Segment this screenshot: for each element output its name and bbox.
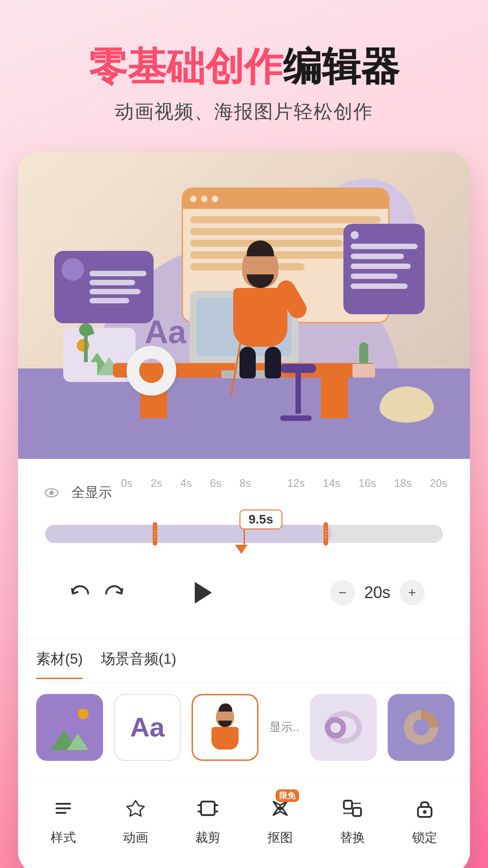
eye-icon[interactable]	[41, 482, 62, 504]
timeline-handle-left[interactable]: ⋮	[153, 522, 157, 546]
donut	[127, 346, 176, 396]
svg-rect-15	[344, 801, 352, 809]
svg-point-13	[278, 806, 282, 811]
asset-aa-icon: Aa	[130, 712, 165, 743]
toolbar-item-animate[interactable]: 动画	[120, 793, 151, 846]
time-6s: 6s	[210, 477, 221, 490]
right-line-1	[351, 244, 418, 249]
timeline-handle-right[interactable]: ⋮	[324, 522, 328, 546]
keying-badge: 限免	[276, 789, 299, 802]
panel-line-2	[89, 280, 135, 285]
timeline-filled	[45, 525, 332, 543]
animate-icon	[120, 793, 151, 824]
char-leg-left	[239, 347, 256, 378]
decrease-duration-button[interactable]: −	[330, 580, 355, 605]
toolbar-item-style[interactable]: 样式	[48, 793, 79, 846]
redo-button[interactable]	[99, 577, 131, 609]
asset-swirl-icon	[319, 709, 368, 745]
panel-avatar	[61, 258, 84, 281]
plant-stem	[84, 336, 88, 362]
asset-circle-icon	[399, 705, 444, 750]
svg-point-3	[413, 719, 429, 736]
editor-card: Aa	[18, 151, 470, 868]
right-line-2	[351, 254, 404, 259]
fig-head	[216, 707, 234, 727]
play-button[interactable]	[185, 575, 221, 611]
time-20s: 20s	[430, 477, 447, 490]
timeline-header: 全显示 0s 2s 4s 6s 8s 12s 14s 16s 18s 20s	[41, 477, 447, 509]
asset-sun-icon	[78, 708, 89, 719]
tab-audio[interactable]: 场景音频(1)	[101, 649, 176, 674]
tab-materials[interactable]: 素材(5)	[36, 649, 83, 674]
replace-label: 替换	[340, 829, 365, 846]
asset-item-image[interactable]	[36, 694, 103, 761]
control-bar: − 20s +	[41, 561, 447, 624]
undo-button[interactable]	[63, 577, 95, 609]
cactus-pot	[352, 364, 375, 377]
char-body	[233, 288, 287, 347]
right-line-5	[351, 283, 408, 289]
keying-icon: 限免	[265, 793, 296, 824]
panel-line-3	[89, 289, 141, 294]
timeline-time-labels: 0s 2s 4s 6s 8s 12s 14s 16s 18s 20s	[121, 477, 447, 490]
browser-line-1	[190, 216, 381, 223]
assets-panel: 素材(5) 场景音频(1) Aa	[18, 638, 470, 779]
left-panel	[54, 251, 154, 323]
browser-dot-3	[212, 196, 218, 202]
time-2s: 2s	[151, 477, 162, 490]
toolbar-item-keying[interactable]: 限免 抠图	[265, 793, 296, 846]
asset-item-shape4[interactable]	[310, 694, 377, 761]
asset-item-circle[interactable]	[388, 694, 455, 761]
main-title: 零基础创作编辑器	[27, 45, 461, 88]
char-beard	[247, 274, 274, 288]
assets-grid: Aa 显示..	[36, 694, 452, 770]
style-icon	[48, 793, 79, 824]
duration-controls: − 20s +	[330, 580, 425, 605]
fig-beard	[218, 721, 232, 727]
assets-tabs: 素材(5) 场景音频(1)	[36, 638, 452, 683]
svg-rect-8	[201, 802, 215, 815]
svg-point-20	[423, 810, 427, 814]
browser-bar	[183, 189, 388, 209]
title-part1: 零基础创作	[89, 45, 283, 88]
toolbar-item-lock[interactable]: 锁定	[409, 793, 440, 846]
stool-foot	[280, 415, 312, 421]
aa-text: Aa	[145, 313, 186, 350]
lock-icon	[409, 793, 440, 824]
toolbar-item-crop[interactable]: 裁剪	[192, 793, 223, 846]
asset-item-text[interactable]: Aa	[114, 694, 181, 761]
browser-dot-1	[190, 196, 197, 202]
timeline-label: 全显示	[71, 483, 112, 502]
plant-top	[77, 321, 94, 338]
fig-hair	[219, 703, 232, 712]
replace-icon	[337, 793, 368, 824]
crop-label: 裁剪	[195, 829, 221, 846]
current-time-badge: 9.5s	[239, 509, 282, 529]
play-triangle-icon	[195, 582, 212, 604]
keying-label: 抠图	[267, 829, 293, 846]
browser-dot-2	[201, 196, 207, 202]
duration-display: 20s	[364, 583, 390, 602]
asset-more-label: 显示..	[269, 719, 299, 735]
panel-line-4	[89, 298, 129, 303]
right-panel	[343, 224, 425, 314]
toolbar-item-replace[interactable]: 替换	[337, 793, 368, 846]
asset-figure-icon	[205, 707, 245, 748]
toolbar: 样式 动画	[18, 779, 470, 868]
title-part2: 编辑器	[283, 45, 399, 88]
cactus	[348, 332, 380, 377]
header: 零基础创作编辑器 动画视频、海报图片轻松创作	[0, 0, 488, 151]
svg-marker-7	[127, 801, 144, 816]
char-leg-right	[265, 347, 281, 378]
scene-container: Aa	[18, 151, 470, 459]
char-legs	[239, 347, 281, 378]
asset-item-figure[interactable]	[192, 694, 258, 761]
stool-leg	[296, 373, 301, 414]
time-16s: 16s	[358, 477, 376, 490]
increase-duration-button[interactable]: +	[399, 580, 425, 605]
timeline-section: 全显示 0s 2s 4s 6s 8s 12s 14s 16s 18s 20s	[18, 459, 470, 638]
right-dot-1	[351, 231, 359, 239]
crop-icon	[192, 793, 223, 824]
panel-line-1	[89, 271, 146, 276]
character	[233, 247, 287, 378]
